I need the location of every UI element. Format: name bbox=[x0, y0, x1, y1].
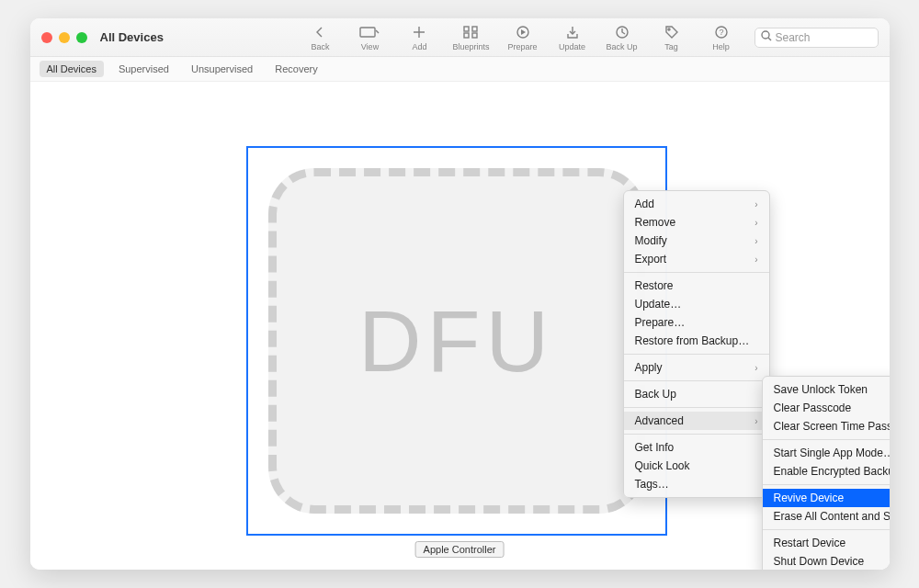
separator bbox=[763, 484, 890, 485]
add-button[interactable]: Add bbox=[403, 24, 436, 51]
search-icon bbox=[761, 30, 772, 44]
svg-point-11 bbox=[668, 28, 670, 30]
submenu-erase-all[interactable]: Erase All Content and Settings bbox=[763, 507, 890, 526]
menu-apply[interactable]: Apply› bbox=[624, 358, 769, 377]
submenu-restart-device[interactable]: Restart Device bbox=[763, 534, 890, 552]
backup-button[interactable]: Back Up bbox=[606, 24, 639, 51]
svg-rect-4 bbox=[472, 27, 477, 31]
separator bbox=[763, 529, 890, 530]
toolbar: Back View Add Blueprints Prepare Update bbox=[303, 24, 878, 51]
menu-get-info[interactable]: Get Info bbox=[624, 438, 769, 457]
chevron-right-icon: › bbox=[754, 236, 757, 246]
separator bbox=[624, 380, 769, 381]
window-title: All Devices bbox=[100, 30, 164, 44]
tag-icon bbox=[665, 24, 678, 40]
submenu-clear-screen-time[interactable]: Clear Screen Time Passcode bbox=[763, 417, 890, 435]
filter-supervised[interactable]: Supervised bbox=[111, 61, 176, 77]
menu-modify[interactable]: Modify› bbox=[624, 232, 769, 250]
chevron-right-icon: › bbox=[754, 416, 757, 426]
submenu-revive-device[interactable]: Revive Device bbox=[763, 489, 890, 507]
folder-icon bbox=[359, 24, 380, 40]
svg-rect-6 bbox=[472, 33, 477, 38]
update-button[interactable]: Update bbox=[556, 24, 589, 51]
menu-export[interactable]: Export› bbox=[624, 250, 769, 268]
chevron-right-icon: › bbox=[754, 199, 757, 209]
minimize-button[interactable] bbox=[59, 32, 70, 43]
menu-restore-backup[interactable]: Restore from Backup… bbox=[624, 332, 769, 350]
traffic-lights bbox=[41, 32, 87, 43]
back-button[interactable]: Back bbox=[303, 24, 336, 51]
separator bbox=[624, 354, 769, 355]
view-button[interactable]: View bbox=[353, 24, 386, 51]
submenu-save-unlock-token[interactable]: Save Unlock Token bbox=[763, 380, 890, 399]
svg-text:?: ? bbox=[719, 28, 723, 37]
filter-all-devices[interactable]: All Devices bbox=[40, 61, 104, 77]
grid-icon bbox=[463, 24, 478, 40]
device-canvas: DFU Apple Controller Add› Remove› Modify… bbox=[30, 82, 890, 570]
submenu-clear-passcode[interactable]: Clear Passcode bbox=[763, 399, 890, 417]
close-button[interactable] bbox=[41, 32, 52, 43]
device-placeholder: DFU bbox=[268, 168, 645, 514]
svg-point-14 bbox=[762, 31, 769, 39]
separator bbox=[624, 272, 769, 273]
device-name-label: Apple Controller bbox=[415, 541, 505, 558]
help-button[interactable]: ? Help bbox=[705, 24, 738, 51]
menu-prepare[interactable]: Prepare… bbox=[624, 313, 769, 332]
advanced-submenu: Save Unlock Token Clear Passcode Clear S… bbox=[762, 376, 890, 570]
chevron-right-icon: › bbox=[754, 218, 757, 228]
play-icon bbox=[516, 24, 529, 40]
question-icon: ? bbox=[715, 24, 728, 40]
menu-backup[interactable]: Back Up bbox=[624, 385, 769, 403]
svg-rect-5 bbox=[464, 33, 469, 38]
separator bbox=[624, 434, 769, 435]
context-menu: Add› Remove› Modify› Export› Restore Upd… bbox=[623, 190, 770, 498]
tag-button[interactable]: Tag bbox=[655, 24, 688, 51]
device-tile[interactable]: DFU bbox=[246, 146, 667, 536]
plus-icon bbox=[413, 24, 425, 40]
search-placeholder: Search bbox=[776, 31, 811, 44]
submenu-shutdown-device[interactable]: Shut Down Device bbox=[763, 552, 890, 570]
titlebar: All Devices Back View Add Blueprints Pre… bbox=[30, 18, 890, 57]
svg-rect-3 bbox=[464, 27, 469, 31]
chevron-left-icon bbox=[314, 24, 325, 40]
menu-quick-look[interactable]: Quick Look bbox=[624, 457, 769, 475]
prepare-button[interactable]: Prepare bbox=[506, 24, 539, 51]
submenu-enable-encrypted-backups[interactable]: Enable Encrypted Backups… bbox=[763, 462, 890, 481]
filter-unsupervised[interactable]: Unsupervised bbox=[184, 61, 260, 77]
apple-configurator-window: All Devices Back View Add Blueprints Pre… bbox=[30, 18, 890, 570]
svg-marker-8 bbox=[521, 29, 526, 35]
menu-add[interactable]: Add› bbox=[624, 195, 769, 213]
menu-advanced[interactable]: Advanced› bbox=[624, 412, 769, 430]
svg-line-15 bbox=[768, 38, 771, 40]
blueprints-button[interactable]: Blueprints bbox=[452, 24, 489, 51]
menu-remove[interactable]: Remove› bbox=[624, 213, 769, 232]
filter-recovery[interactable]: Recovery bbox=[267, 61, 324, 77]
clock-icon bbox=[616, 24, 629, 40]
search-input[interactable]: Search bbox=[754, 28, 879, 48]
menu-update[interactable]: Update… bbox=[624, 295, 769, 313]
menu-restore[interactable]: Restore bbox=[624, 277, 769, 295]
zoom-button[interactable] bbox=[76, 32, 87, 43]
svg-rect-0 bbox=[360, 28, 375, 37]
chevron-right-icon: › bbox=[754, 254, 757, 265]
separator bbox=[763, 439, 890, 440]
device-mode-label: DFU bbox=[358, 291, 554, 391]
chevron-right-icon: › bbox=[754, 363, 757, 373]
download-icon bbox=[566, 24, 579, 40]
filter-bar: All Devices Supervised Unsupervised Reco… bbox=[30, 57, 890, 82]
menu-tags[interactable]: Tags… bbox=[624, 475, 769, 493]
submenu-start-single-app[interactable]: Start Single App Mode… bbox=[763, 444, 890, 462]
separator bbox=[624, 407, 769, 408]
